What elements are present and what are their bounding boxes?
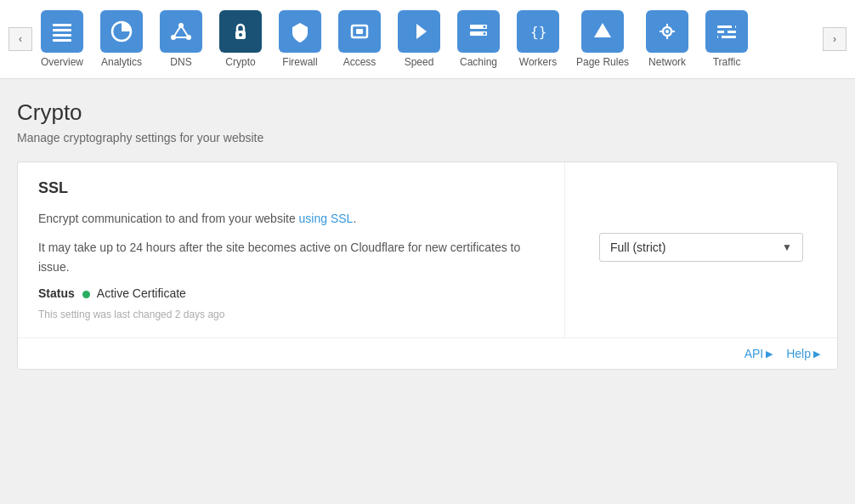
svg-marker-21	[594, 23, 611, 37]
nav-items: Overview Analytics	[32, 7, 823, 71]
nav-item-page-rules[interactable]: Page Rules	[568, 7, 637, 71]
ssl-section-title: SSL	[38, 179, 544, 197]
svg-rect-33	[718, 35, 722, 39]
svg-rect-31	[732, 25, 735, 29]
nav-icon-caching	[457, 10, 500, 53]
nav-icon-overview	[41, 10, 83, 53]
ssl-dropdown-value: Full (strict)	[610, 241, 665, 254]
nav-right-arrow[interactable]: ›	[823, 27, 847, 51]
nav-item-network[interactable]: Network	[637, 7, 697, 71]
nav-item-workers[interactable]: {} Workers	[508, 7, 568, 71]
nav-item-overview[interactable]: Overview	[32, 7, 92, 71]
help-link[interactable]: Help ▶	[786, 347, 820, 360]
api-link[interactable]: API ▶	[745, 347, 773, 360]
ssl-status-label: Status	[38, 286, 75, 300]
nav-icon-network	[646, 10, 688, 53]
nav-item-firewall[interactable]: Firewall	[270, 7, 330, 71]
nav-item-traffic[interactable]: Traffic	[697, 7, 756, 71]
svg-point-19	[484, 32, 486, 35]
ssl-last-changed: This setting was last changed 2 days ago	[38, 309, 544, 320]
ssl-card-body: SSL Encrypt communication to and from yo…	[18, 162, 837, 337]
ssl-card: SSL Encrypt communication to and from yo…	[17, 161, 838, 370]
nav-icon-firewall	[279, 10, 321, 53]
nav-bar: ‹ Overview Analytics	[0, 0, 855, 79]
nav-icon-dns	[160, 10, 202, 53]
svg-rect-14	[356, 29, 363, 34]
ssl-dropdown-arrow-icon: ▼	[782, 241, 792, 253]
nav-icon-page-rules	[581, 10, 624, 53]
nav-icon-analytics	[100, 10, 143, 53]
svg-marker-15	[416, 24, 427, 39]
nav-icon-workers: {}	[517, 10, 559, 53]
nav-icon-traffic	[705, 10, 748, 53]
help-arrow-icon: ▶	[813, 348, 820, 360]
ssl-dropdown[interactable]: Full (strict) ▼	[599, 233, 803, 262]
svg-point-23	[665, 30, 669, 33]
ssl-status-row: Status Active Certificate	[38, 286, 544, 300]
nav-item-crypto[interactable]: Crypto	[211, 7, 270, 71]
nav-icon-speed	[398, 10, 440, 53]
main-content: Crypto Manage cryptography settings for …	[0, 79, 855, 370]
nav-item-access[interactable]: Access	[330, 7, 389, 71]
nav-item-caching[interactable]: Caching	[449, 7, 508, 71]
svg-line-8	[173, 25, 181, 37]
ssl-status-text: Active Certificate	[97, 286, 186, 300]
nav-icon-access	[338, 10, 381, 53]
ssl-status-dot	[82, 291, 90, 298]
svg-rect-32	[724, 30, 728, 34]
nav-left-arrow[interactable]: ‹	[8, 27, 32, 51]
page-subtitle: Manage cryptography settings for your we…	[17, 131, 838, 144]
svg-rect-1	[53, 29, 71, 31]
svg-point-18	[484, 25, 486, 28]
page-title: Crypto	[17, 99, 838, 126]
ssl-link[interactable]: using SSL	[299, 212, 354, 225]
nav-item-analytics[interactable]: Analytics	[92, 7, 151, 71]
svg-rect-0	[53, 24, 71, 26]
ssl-description-2: It may take up to 24 hours after the sit…	[38, 238, 544, 276]
ssl-card-footer: API ▶ Help ▶	[18, 337, 837, 369]
ssl-card-left: SSL Encrypt communication to and from yo…	[18, 162, 565, 337]
nav-item-dns[interactable]: DNS	[151, 7, 211, 71]
svg-rect-2	[53, 34, 71, 37]
svg-line-9	[181, 25, 189, 37]
svg-point-12	[239, 33, 242, 37]
svg-rect-3	[53, 39, 71, 42]
ssl-card-right: Full (strict) ▼	[565, 162, 837, 332]
nav-item-speed[interactable]: Speed	[389, 7, 449, 71]
api-arrow-icon: ▶	[766, 348, 773, 360]
svg-text:{}: {}	[530, 24, 546, 40]
ssl-description-1: Encrypt communication to and from your w…	[38, 209, 544, 228]
nav-icon-crypto	[219, 10, 262, 53]
